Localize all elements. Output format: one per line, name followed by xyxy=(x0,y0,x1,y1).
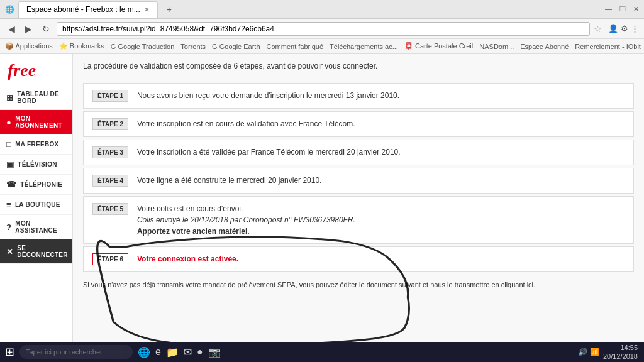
sidebar-item-boutique[interactable]: ≡ LA BOUTIQUE xyxy=(0,195,72,215)
app-container: free ⊞ TABLEAU DE BORD ● MON ABONNEMENT … xyxy=(0,54,644,342)
footer-text: Si vous n'avez pas déjà transmis votre m… xyxy=(83,280,634,290)
taskbar-clock: 14:55 20/12/2018 xyxy=(603,343,638,361)
step-4-block: ÉTAPE 4 Votre ligne a été construite le … xyxy=(83,168,634,194)
sidebar: free ⊞ TABLEAU DE BORD ● MON ABONNEMENT … xyxy=(0,54,73,342)
sidebar-label-boutique: LA BOUTIQUE xyxy=(15,201,60,208)
close-icon[interactable]: ✕ xyxy=(633,5,639,13)
step-6-label: ÉTAPE 6 xyxy=(92,253,128,265)
step-1-block: ÉTAPE 1 Nous avons bien reçu votre deman… xyxy=(83,83,634,109)
tab-title: Espace abonné - Freebox : le m... xyxy=(26,5,140,14)
taskbar-date-display: 20/12/2018 xyxy=(603,352,638,361)
window-controls: — ❐ ✕ xyxy=(605,5,639,13)
main-wrapper: 🌐 Espace abonné - Freebox : le m... ✕ + … xyxy=(0,0,644,342)
sidebar-label-abonnement: MON ABONNEMENT xyxy=(15,115,66,129)
browser-toolbar: ◀ ▶ ↻ ☆ 👤 ⚙ ⋮ xyxy=(0,19,644,39)
intro-text: La procédure de validation est composée … xyxy=(83,62,634,75)
reload-button[interactable]: ↻ xyxy=(39,23,53,35)
sidebar-item-freebox[interactable]: □ MA FREEBOX xyxy=(0,134,72,155)
taskbar-icon-folder[interactable]: 📁 xyxy=(166,346,179,358)
step-5-text: Votre colis est en cours d'envoi. Colis … xyxy=(137,203,355,237)
start-button[interactable]: ⊞ xyxy=(3,343,17,361)
extension-icon[interactable]: ⚙ xyxy=(621,24,628,33)
bookmark-traduction[interactable]: G Google Traduction xyxy=(111,43,175,50)
sidebar-item-deconnect[interactable]: ✕ SE DÉCONNECTER xyxy=(0,239,72,264)
bookmark-nasdom[interactable]: NASDom... xyxy=(479,43,514,50)
bookmark-carte[interactable]: 📮 Carte Postale Creil xyxy=(404,42,473,50)
boutique-icon: ≡ xyxy=(6,200,11,209)
step-5-line2: Colis envoyé le 20/12/2018 par Chronopos… xyxy=(137,214,355,226)
telephonie-icon: ☎ xyxy=(6,180,16,189)
bookmark-comment[interactable]: Comment fabriqué xyxy=(267,43,324,50)
step-2-text: Votre inscription est en cours de valida… xyxy=(137,118,355,129)
bookmark-earth[interactable]: G Google Earth xyxy=(212,43,260,50)
address-bar[interactable] xyxy=(57,22,590,36)
sidebar-item-television[interactable]: ▣ TÉLÉVISION xyxy=(0,155,72,175)
new-tab-button[interactable]: + xyxy=(162,2,177,17)
taskbar-network-icon: 🔊 xyxy=(578,348,587,356)
step-2-label: ÉTAPE 2 xyxy=(92,118,128,130)
taskbar-search[interactable] xyxy=(19,345,133,359)
bookmark-star-icon[interactable]: ☆ xyxy=(594,24,602,34)
step-6-block: ÉTAPE 6 Votre connexion est activée. xyxy=(83,246,634,272)
sidebar-item-telephonie[interactable]: ☎ TÉLÉPHONIE xyxy=(0,175,72,195)
step-4-label: ÉTAPE 4 xyxy=(92,175,128,187)
browser-chrome: 🌐 Espace abonné - Freebox : le m... ✕ + … xyxy=(0,0,644,54)
bookmark-torrents[interactable]: Torrents xyxy=(180,43,206,50)
step-5-block: ÉTAPE 5 Votre colis est en cours d'envoi… xyxy=(83,196,634,244)
minimize-icon[interactable]: — xyxy=(605,5,612,13)
bookmarks-bar: 📦 Applications ⭐ Bookmarks G Google Trad… xyxy=(0,39,644,54)
tab-close-icon[interactable]: ✕ xyxy=(144,6,150,14)
television-icon: ▣ xyxy=(6,160,14,169)
sidebar-label-deconnect: SE DÉCONNECTER xyxy=(17,244,68,258)
taskbar-right: 🔊 📶 14:55 20/12/2018 xyxy=(578,343,641,361)
profile-icon[interactable]: 👤 xyxy=(608,24,618,33)
sidebar-label-telephonie: TÉLÉPHONIE xyxy=(20,181,62,188)
taskbar-icon-chrome[interactable]: ● xyxy=(197,346,203,358)
taskbar-icon-mail[interactable]: ✉ xyxy=(184,346,192,358)
browser-action-icons: 👤 ⚙ ⋮ xyxy=(608,24,639,33)
menu-icon[interactable]: ⋮ xyxy=(631,24,639,33)
main-content: La procédure de validation est composée … xyxy=(73,54,644,342)
step-3-label: ÉTAPE 3 xyxy=(92,146,128,158)
step-4-text: Votre ligne a été construite le mercredi… xyxy=(137,175,322,186)
step-1-label: ÉTAPE 1 xyxy=(92,90,128,102)
step-5-label: ÉTAPE 5 xyxy=(92,203,128,215)
taskbar-sys-icons: 🔊 📶 xyxy=(578,348,599,356)
step-6-text: Votre connexion est activée. xyxy=(137,253,238,265)
sidebar-label-assistance: MON ASSISTANCE xyxy=(15,220,66,234)
bookmark-apps[interactable]: 📦 Applications xyxy=(5,42,53,50)
taskbar: ⊞ 🌐 e 📁 ✉ ● 📷 🔊 📶 14:55 20/12/2018 xyxy=(0,342,644,362)
taskbar-icon-camera[interactable]: 📷 xyxy=(208,346,221,358)
step-3-text: Votre inscription a été validée par Fran… xyxy=(137,146,401,158)
taskbar-time-display: 14:55 xyxy=(603,343,638,352)
tab-favicon: 🌐 xyxy=(5,5,14,14)
active-tab[interactable]: Espace abonné - Freebox : le m... ✕ xyxy=(18,1,158,18)
taskbar-icon-edge[interactable]: e xyxy=(155,346,161,358)
taskbar-icon-ie[interactable]: 🌐 xyxy=(138,346,150,358)
taskbar-volume-icon: 📶 xyxy=(590,348,599,356)
abonnement-icon: ● xyxy=(6,118,11,127)
assistance-icon: ? xyxy=(6,222,11,232)
bookmark-espace[interactable]: Espace Abonné xyxy=(520,43,569,50)
sidebar-item-assistance[interactable]: ? MON ASSISTANCE xyxy=(0,215,72,239)
step-5-line1: Votre colis est en cours d'envoi. xyxy=(137,203,355,214)
bookmark-dl[interactable]: Téléchargements ac... xyxy=(330,43,398,50)
back-button[interactable]: ◀ xyxy=(5,23,18,35)
step-3-block: ÉTAPE 3 Votre inscription a été validée … xyxy=(83,140,634,165)
restore-icon[interactable]: ❐ xyxy=(619,5,626,13)
step-2-block: ÉTAPE 2 Votre inscription est en cours d… xyxy=(83,111,634,137)
step-1-text: Nous avons bien reçu votre demande d'ins… xyxy=(137,90,399,101)
bookmark-bookmarks[interactable]: ⭐ Bookmarks xyxy=(59,42,104,50)
sidebar-label-tableau: TABLEAU DE BORD xyxy=(17,90,66,104)
sidebar-item-tableau[interactable]: ⊞ TABLEAU DE BORD xyxy=(0,85,72,110)
forward-button[interactable]: ▶ xyxy=(22,23,35,35)
free-logo: free xyxy=(0,54,72,85)
titlebar: 🌐 Espace abonné - Freebox : le m... ✕ + … xyxy=(0,0,644,19)
tableau-icon: ⊞ xyxy=(6,93,13,102)
sidebar-item-abonnement[interactable]: ● MON ABONNEMENT xyxy=(0,110,72,134)
sidebar-label-television: TÉLÉVISION xyxy=(18,161,57,168)
sidebar-menu: ⊞ TABLEAU DE BORD ● MON ABONNEMENT □ MA … xyxy=(0,85,72,264)
bookmark-remerciement[interactable]: Remerciement - IObit xyxy=(575,43,641,50)
freebox-icon: □ xyxy=(6,140,11,149)
sidebar-label-freebox: MA FREEBOX xyxy=(15,141,58,148)
